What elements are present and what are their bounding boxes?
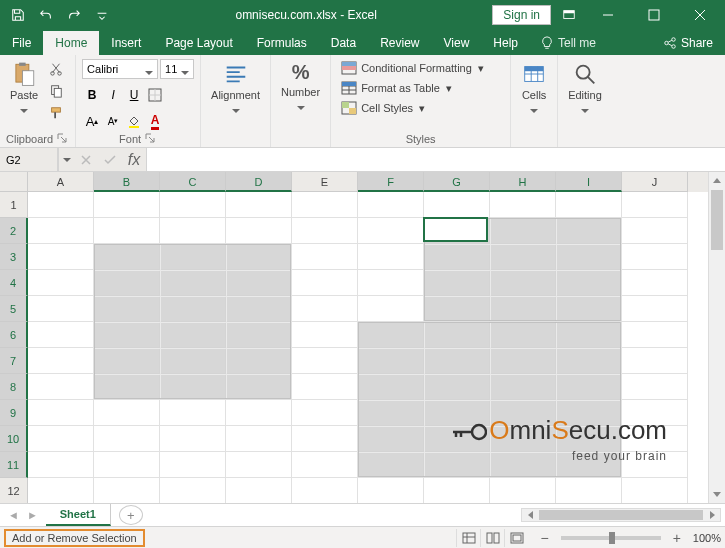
cell[interactable] — [94, 192, 160, 218]
cell[interactable] — [556, 270, 622, 296]
cell[interactable] — [226, 244, 292, 270]
cell[interactable] — [28, 478, 94, 503]
format-as-table-button[interactable]: Format as Table▾ — [337, 79, 456, 97]
italic-button[interactable]: I — [103, 85, 123, 105]
cell[interactable] — [292, 270, 358, 296]
decrease-font-button[interactable]: A▾ — [103, 111, 123, 131]
copy-button[interactable] — [46, 81, 66, 101]
scroll-thumb[interactable] — [711, 190, 723, 250]
cell[interactable] — [490, 192, 556, 218]
font-name-combo[interactable]: Calibri — [82, 59, 158, 79]
zoom-thumb[interactable] — [609, 532, 615, 544]
cell[interactable] — [28, 192, 94, 218]
cell[interactable] — [622, 296, 688, 322]
cell[interactable] — [424, 348, 490, 374]
sheet-tab-sheet1[interactable]: Sheet1 — [46, 504, 111, 526]
cell[interactable] — [292, 374, 358, 400]
cell[interactable] — [556, 348, 622, 374]
cells-area[interactable] — [28, 192, 708, 503]
cell[interactable] — [28, 296, 94, 322]
tab-help[interactable]: Help — [481, 31, 530, 55]
view-normal-button[interactable] — [456, 529, 480, 547]
column-header[interactable]: J — [622, 172, 688, 192]
ribbon-display-options-icon[interactable] — [555, 3, 583, 27]
cell[interactable] — [622, 452, 688, 478]
cell[interactable] — [292, 452, 358, 478]
column-header[interactable]: I — [556, 172, 622, 192]
cell[interactable] — [94, 478, 160, 503]
cell[interactable] — [226, 192, 292, 218]
tab-home[interactable]: Home — [43, 31, 99, 55]
row-header[interactable]: 2 — [0, 218, 28, 244]
cell[interactable] — [622, 478, 688, 503]
alignment-button[interactable]: Alignment — [207, 59, 264, 113]
formula-input[interactable] — [147, 148, 725, 171]
cell[interactable] — [292, 400, 358, 426]
cell[interactable] — [28, 400, 94, 426]
enter-formula-button[interactable] — [98, 148, 122, 171]
tab-view[interactable]: View — [432, 31, 482, 55]
cell[interactable] — [556, 452, 622, 478]
row-header[interactable]: 6 — [0, 322, 28, 348]
column-header[interactable]: B — [94, 172, 160, 192]
cell[interactable] — [94, 322, 160, 348]
editing-button[interactable]: Editing — [564, 59, 606, 113]
scroll-down-button[interactable] — [709, 486, 725, 503]
cell[interactable] — [94, 270, 160, 296]
increase-font-button[interactable]: A▴ — [82, 111, 102, 131]
cell[interactable] — [94, 348, 160, 374]
cell[interactable] — [160, 452, 226, 478]
cell[interactable] — [160, 192, 226, 218]
horizontal-scrollbar[interactable] — [521, 508, 721, 522]
column-header[interactable]: E — [292, 172, 358, 192]
bold-button[interactable]: B — [82, 85, 102, 105]
view-page-break-button[interactable] — [504, 529, 528, 547]
cell[interactable] — [556, 192, 622, 218]
cell[interactable] — [292, 192, 358, 218]
cell[interactable] — [94, 452, 160, 478]
row-headers[interactable]: 123456789101112 — [0, 192, 28, 503]
borders-button[interactable] — [145, 85, 165, 105]
scroll-right-button[interactable] — [704, 509, 720, 521]
cell[interactable] — [424, 296, 490, 322]
cell[interactable] — [358, 322, 424, 348]
font-size-combo[interactable]: 11 — [160, 59, 194, 79]
cell[interactable] — [622, 374, 688, 400]
cell[interactable] — [226, 426, 292, 452]
font-launcher-icon[interactable] — [145, 133, 157, 145]
cell[interactable] — [160, 322, 226, 348]
cell[interactable] — [358, 192, 424, 218]
tab-formulas[interactable]: Formulas — [245, 31, 319, 55]
cell[interactable] — [160, 374, 226, 400]
cell[interactable] — [556, 400, 622, 426]
cell[interactable] — [490, 374, 556, 400]
vertical-scrollbar[interactable] — [708, 172, 725, 503]
cell[interactable] — [226, 322, 292, 348]
cell[interactable] — [358, 400, 424, 426]
cell[interactable] — [28, 374, 94, 400]
cell[interactable] — [490, 296, 556, 322]
cell[interactable] — [226, 218, 292, 244]
sheet-nav-next[interactable]: ► — [27, 509, 38, 521]
cell[interactable] — [490, 400, 556, 426]
cell[interactable] — [160, 244, 226, 270]
cell-styles-button[interactable]: Cell Styles▾ — [337, 99, 429, 117]
cell[interactable] — [490, 244, 556, 270]
column-header[interactable]: A — [28, 172, 94, 192]
cell[interactable] — [358, 478, 424, 503]
worksheet-grid[interactable]: ABCDEFGHIJ 123456789101112 OmniSecu.com … — [0, 172, 725, 503]
row-header[interactable]: 10 — [0, 426, 28, 452]
clipboard-launcher-icon[interactable] — [57, 133, 69, 145]
paste-button[interactable]: Paste — [6, 59, 42, 113]
cell[interactable] — [160, 478, 226, 503]
row-header[interactable]: 8 — [0, 374, 28, 400]
new-sheet-button[interactable]: + — [119, 505, 143, 525]
qat-customize-icon[interactable] — [90, 3, 114, 27]
cell[interactable] — [226, 452, 292, 478]
cell[interactable] — [160, 348, 226, 374]
cell[interactable] — [160, 296, 226, 322]
select-all-corner[interactable] — [0, 172, 28, 192]
cell[interactable] — [226, 374, 292, 400]
name-box-dropdown[interactable] — [58, 148, 74, 171]
column-headers[interactable]: ABCDEFGHIJ — [28, 172, 708, 192]
